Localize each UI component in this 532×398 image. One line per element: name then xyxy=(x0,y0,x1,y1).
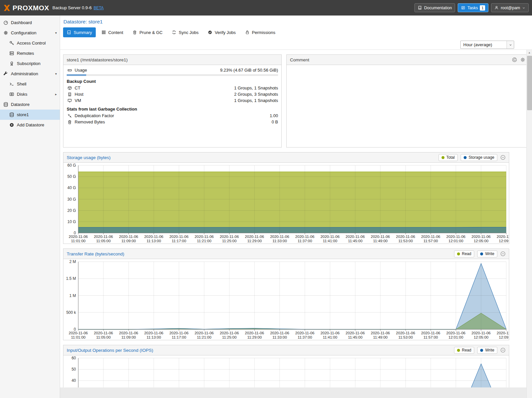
legend-read[interactable]: Read xyxy=(454,250,475,257)
chevron-down-icon[interactable] xyxy=(507,41,514,49)
tasks-count-badge: 1 xyxy=(480,5,485,11)
chevron-down-icon[interactable]: ▾ xyxy=(55,31,57,35)
svg-text:2020-11-06: 2020-11-06 xyxy=(119,331,138,335)
page-title: Datastore: store1 xyxy=(60,16,532,26)
gc-stats-heading: Stats from last Garbage Collection xyxy=(63,104,281,113)
tab-sync-jobs[interactable]: Sync Jobs xyxy=(168,27,202,37)
sidebar-item-datastore[interactable]: Datastore xyxy=(0,99,60,110)
sidebar-item-access-control[interactable]: Access Control xyxy=(0,38,60,48)
sidebar-item-disks[interactable]: Disks ▸ xyxy=(0,89,60,99)
svg-text:2020-11-06: 2020-11-06 xyxy=(69,235,88,239)
app-subtitle: Backup Server 0.9-6 xyxy=(53,5,92,10)
svg-text:2020-11-06: 2020-11-06 xyxy=(195,331,214,335)
svg-text:11:37:00: 11:37:00 xyxy=(298,335,312,339)
svg-text:11:37:00: 11:37:00 xyxy=(298,239,312,243)
svg-text:2020-11-06: 2020-11-06 xyxy=(69,331,88,335)
svg-text:2020-11-06: 2020-11-06 xyxy=(346,331,365,335)
tab-content[interactable]: Content xyxy=(98,27,127,37)
database-icon xyxy=(9,112,15,117)
svg-text:11:17:00: 11:17:00 xyxy=(172,239,186,243)
svg-text:11:05:00: 11:05:00 xyxy=(96,335,111,339)
comment-panel: Comment xyxy=(286,54,529,148)
collapse-panel-icon[interactable] xyxy=(500,155,506,160)
svg-text:2020-11-06: 2020-11-06 xyxy=(295,331,314,335)
svg-text:2020-11-06: 2020-11-06 xyxy=(497,235,509,239)
svg-text:11:57:00: 11:57:00 xyxy=(423,239,438,243)
sidebar-item-dashboard[interactable]: Dashboard xyxy=(0,17,60,28)
svg-text:11:29:00: 11:29:00 xyxy=(247,239,262,243)
legend-storage-usage[interactable]: Storage usage xyxy=(461,154,497,161)
svg-text:11:49:00: 11:49:00 xyxy=(373,335,388,339)
chart-title: Transfer Rate (bytes/second) xyxy=(67,251,124,256)
legend-read[interactable]: Read xyxy=(454,347,475,354)
sidebar-item-administration[interactable]: Administration ▾ xyxy=(0,69,60,79)
removed-bytes-row: Removed Bytes 0 B xyxy=(63,119,281,125)
svg-text:2020-11-06: 2020-11-06 xyxy=(497,331,509,335)
svg-text:2020-11-06: 2020-11-06 xyxy=(371,331,390,335)
collapse-panel-icon[interactable] xyxy=(500,251,506,256)
timeframe-select[interactable]: Hour (average) xyxy=(460,41,514,49)
svg-text:2020-11-06: 2020-11-06 xyxy=(144,331,163,335)
gear-icon[interactable] xyxy=(520,57,525,62)
building-icon xyxy=(67,92,72,97)
user-menu-button[interactable]: root@pam xyxy=(491,3,529,12)
svg-text:11:41:00: 11:41:00 xyxy=(323,239,337,243)
disk-icon xyxy=(9,92,15,97)
svg-text:500 k: 500 k xyxy=(66,310,76,315)
svg-text:2020-11-06: 2020-11-06 xyxy=(421,331,440,335)
svg-text:2020-11-06: 2020-11-06 xyxy=(295,235,314,239)
svg-text:2020-11-06: 2020-11-06 xyxy=(446,235,466,239)
svg-text:12:05:00: 12:05:00 xyxy=(474,335,488,339)
sidebar-item-subscription[interactable]: Subscription xyxy=(0,58,60,69)
scrollbar-up-arrow[interactable]: ▲ xyxy=(527,50,532,55)
svg-text:12:01:00: 12:01:00 xyxy=(448,239,463,243)
chart-title: Input/Output Operations per Second (IOPS… xyxy=(67,348,153,353)
svg-text:12:09:00: 12:09:00 xyxy=(499,335,509,339)
legend-write[interactable]: Write xyxy=(477,347,497,354)
task-list-icon xyxy=(461,6,465,10)
legend-total[interactable]: Total xyxy=(439,154,458,161)
wrench-icon xyxy=(3,71,9,76)
transfer-rate-chart: 0500 k1 M1.5 M2 M2020-11-0611:01:002020-… xyxy=(63,259,509,340)
chevron-right-icon[interactable]: ▸ xyxy=(55,92,57,96)
svg-text:12:01:00: 12:01:00 xyxy=(448,335,463,339)
svg-text:60: 60 xyxy=(72,356,76,360)
svg-text:1.5 M: 1.5 M xyxy=(66,276,76,281)
svg-text:2020-11-06: 2020-11-06 xyxy=(169,331,189,335)
page-bottom-area xyxy=(60,387,526,398)
tasks-button[interactable]: Tasks 1 xyxy=(458,3,488,12)
tab-prune-gc[interactable]: Prune & GC xyxy=(129,27,166,37)
user-icon xyxy=(494,6,499,10)
scrollbar-thumb[interactable] xyxy=(527,56,532,110)
svg-text:2020-11-06: 2020-11-06 xyxy=(94,331,113,335)
monitor-icon xyxy=(67,98,72,103)
chevron-down-icon[interactable]: ▾ xyxy=(55,72,57,76)
beta-link[interactable]: BETA xyxy=(93,6,103,10)
svg-text:11:13:00: 11:13:00 xyxy=(147,335,161,339)
trash-icon xyxy=(132,30,137,35)
sidebar-item-add-datastore[interactable]: Add Datastore xyxy=(0,120,60,130)
proxmox-logo-icon xyxy=(3,4,11,12)
comment-body[interactable] xyxy=(287,65,529,147)
collapse-panel-icon[interactable] xyxy=(500,348,506,353)
sidebar-item-shell[interactable]: Shell xyxy=(0,79,60,89)
legend-write[interactable]: Write xyxy=(477,250,497,257)
legend-dot xyxy=(464,156,467,159)
sidebar-item-store1[interactable]: store1 xyxy=(0,110,60,120)
sidebar-item-configuration[interactable]: Configuration ▾ xyxy=(0,28,60,38)
vertical-scrollbar[interactable]: ▲ xyxy=(526,50,532,398)
sidebar-item-remotes[interactable]: Remotes xyxy=(0,48,60,58)
svg-text:40: 40 xyxy=(72,378,76,383)
documentation-button[interactable]: Documentation xyxy=(414,3,455,12)
svg-text:20 G: 20 G xyxy=(67,208,76,213)
summary-toolbar: Hour (average) xyxy=(60,40,532,50)
tab-summary[interactable]: Summary xyxy=(63,27,96,37)
tab-permissions[interactable]: Permissions xyxy=(241,27,279,37)
terminal-icon xyxy=(9,82,15,86)
refresh-circle-icon[interactable] xyxy=(512,57,517,62)
ribbon-icon xyxy=(9,61,15,66)
svg-text:11:45:00: 11:45:00 xyxy=(348,239,363,243)
svg-text:11:53:00: 11:53:00 xyxy=(398,239,413,243)
server-stack-icon xyxy=(9,51,15,56)
tab-verify-jobs[interactable]: Verify Jobs xyxy=(204,27,239,37)
